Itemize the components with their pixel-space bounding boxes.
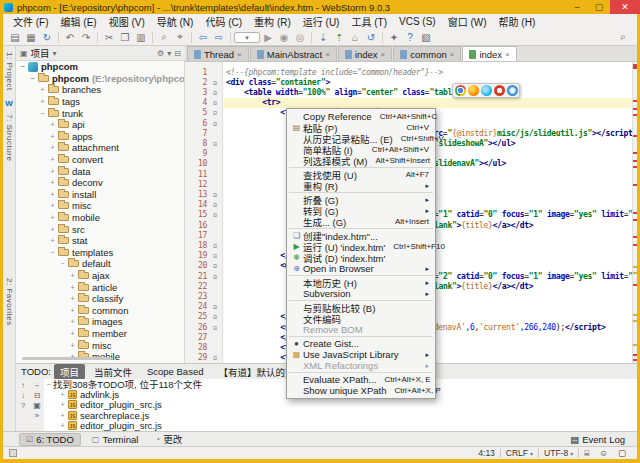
- fold-marker-icon[interactable]: ⊟: [207, 242, 223, 249]
- vcs-update-icon[interactable]: ⇣: [315, 32, 331, 43]
- find-icon[interactable]: ⌕: [156, 31, 172, 43]
- tree-row[interactable]: −default: [16, 258, 184, 270]
- error-stripe-mark[interactable]: [633, 236, 637, 238]
- todo-filter-tab[interactable]: 当前文件: [88, 364, 138, 380]
- tree-expand-handle[interactable]: +: [48, 191, 57, 198]
- gear-icon[interactable]: ⚙: [157, 49, 164, 58]
- tree-expand-handle[interactable]: +: [48, 121, 57, 128]
- menubar-item[interactable]: 编辑 (E): [55, 14, 103, 29]
- tree-expand-handle[interactable]: +: [68, 272, 77, 279]
- tree-row[interactable]: +misc: [16, 339, 184, 351]
- menubar-item[interactable]: 窗口 (W): [442, 14, 493, 29]
- tree-expand-handle[interactable]: +: [48, 237, 57, 244]
- resize-grip-icon[interactable]: ▢: [613, 448, 631, 458]
- toolwindow-button-terminal[interactable]: ▢Terminal: [86, 433, 144, 446]
- tree-row[interactable]: +deconv: [16, 177, 184, 189]
- context-menu-item[interactable]: Subversion▸: [287, 288, 435, 299]
- help-icon[interactable]: ?: [402, 32, 418, 43]
- copy-icon[interactable]: ❐: [117, 32, 133, 43]
- fold-marker-icon[interactable]: ⊟: [207, 109, 223, 116]
- tree-expand-handle[interactable]: +: [68, 307, 77, 314]
- tree-row[interactable]: +convert: [16, 154, 184, 166]
- tree-row[interactable]: +api: [16, 119, 184, 131]
- error-stripe-mark[interactable]: [633, 160, 637, 162]
- context-menu-item[interactable]: 文件编码: [287, 313, 435, 324]
- tree-row[interactable]: +common: [16, 304, 184, 316]
- context-menu-item[interactable]: Evaluate XPath...Ctrl+Alt+X, E: [287, 374, 435, 385]
- tab-close-icon[interactable]: ×: [237, 50, 242, 59]
- toolwindow-button-todo[interactable]: ☑6: TODO: [19, 433, 81, 446]
- context-menu-item[interactable]: 生成... (G)Alt+Insert: [287, 216, 435, 227]
- tree-row[interactable]: +install: [16, 189, 184, 201]
- run-icon[interactable]: ▶: [260, 32, 276, 43]
- panel-dropdown-icon[interactable]: ▾: [53, 49, 57, 58]
- tree-expand-handle[interactable]: +: [38, 98, 47, 105]
- editor-tab[interactable]: index×: [462, 46, 516, 61]
- tree-expand-handle[interactable]: +: [48, 133, 57, 140]
- help-icon[interactable]: ?: [21, 401, 25, 410]
- toolwindow-button-[interactable]: ◔更改: [149, 433, 188, 446]
- tree-row[interactable]: +stat: [16, 235, 184, 247]
- editor-tab[interactable]: index×: [338, 46, 392, 61]
- tree-row[interactable]: +data: [16, 165, 184, 177]
- back-icon[interactable]: ⇦: [195, 32, 211, 43]
- stripe-button-favorites[interactable]: 2: Favorites: [5, 278, 14, 326]
- error-stripe-mark[interactable]: [633, 152, 637, 154]
- tree-collapse-handle[interactable]: −: [28, 75, 37, 82]
- redo-icon[interactable]: ↷: [78, 32, 94, 43]
- fold-marker-icon[interactable]: ⊟: [207, 140, 223, 147]
- vcs-commit-icon[interactable]: ⇡: [331, 32, 347, 43]
- tree-expand-handle[interactable]: +: [48, 179, 57, 186]
- editor-line[interactable]: 2⊟<div class="container">: [185, 77, 632, 87]
- opera-browser-icon[interactable]: [494, 85, 505, 96]
- tab-close-icon[interactable]: ×: [381, 50, 386, 59]
- tree-row[interactable]: +classify: [16, 293, 184, 305]
- firefox-browser-icon[interactable]: [468, 85, 479, 96]
- error-stripe-mark[interactable]: [633, 359, 637, 361]
- todo-file-row[interactable]: +JSeditor_plugin_src.js: [44, 420, 637, 430]
- error-stripe-mark[interactable]: [633, 244, 637, 246]
- error-stripe-mark[interactable]: [633, 100, 637, 102]
- preview-icon[interactable]: ▣: [33, 401, 41, 410]
- context-menu-item[interactable]: 重构 (R)▸: [287, 180, 435, 191]
- error-stripe-mark[interactable]: [633, 354, 637, 356]
- context-menu-item[interactable]: Show unique XPathCtrl+Alt+X, P: [287, 385, 435, 396]
- tree-row[interactable]: +attachment: [16, 142, 184, 154]
- fold-marker-icon[interactable]: ⊟: [207, 89, 223, 96]
- undo-icon[interactable]: ↶: [62, 32, 78, 43]
- tree-expand-handle[interactable]: +: [48, 156, 57, 163]
- tree-horizontal-scrollbar[interactable]: [22, 357, 112, 360]
- error-stripe-mark[interactable]: [633, 320, 637, 322]
- tree-expand-handle[interactable]: +: [38, 86, 47, 93]
- synchronize-icon[interactable]: ↻: [39, 32, 55, 43]
- tree-row[interactable]: +member: [16, 328, 184, 340]
- error-stripe-mark[interactable]: [633, 272, 637, 274]
- tree-row[interactable]: +mobile: [16, 212, 184, 224]
- tree-expand-handle[interactable]: +: [48, 168, 57, 175]
- fold-marker-icon[interactable]: ⊟: [207, 354, 223, 361]
- tree-expand-handle[interactable]: +: [68, 295, 77, 302]
- editor-tab[interactable]: common×: [393, 46, 461, 61]
- tree-expand-handle[interactable]: +: [58, 391, 67, 398]
- readonly-lock-icon[interactable]: ⌸: [579, 448, 594, 459]
- paste-icon[interactable]: ▥: [133, 32, 149, 43]
- error-stripe-mark[interactable]: [633, 212, 637, 214]
- profile-icon[interactable]: ◎: [292, 32, 308, 43]
- tab-close-icon[interactable]: ×: [450, 50, 455, 59]
- todo-filter-tab[interactable]: 项目: [54, 364, 85, 380]
- context-menu-item[interactable]: ●Create Gist...: [287, 338, 435, 349]
- menubar-item[interactable]: VCS (S): [393, 16, 442, 27]
- project-structure-icon[interactable]: ▧: [418, 32, 434, 43]
- error-stripe-mark[interactable]: [633, 166, 637, 168]
- safari-browser-icon[interactable]: [507, 85, 518, 96]
- line-separator-widget[interactable]: CRLF▾: [501, 448, 538, 458]
- search-icon[interactable]: ⌕: [615, 31, 631, 43]
- event-log-button[interactable]: ▤ Event Log: [570, 434, 625, 445]
- fold-marker-icon[interactable]: ⊟: [207, 262, 223, 269]
- error-stripe-mark[interactable]: [633, 284, 637, 286]
- tree-row[interactable]: −trunk: [16, 107, 184, 119]
- error-stripe-mark[interactable]: [633, 219, 637, 221]
- menubar-item[interactable]: 文件 (F): [7, 14, 55, 29]
- toolwindow-toggle-icon[interactable]: [9, 449, 17, 457]
- coverage-icon[interactable]: ◉: [276, 32, 292, 43]
